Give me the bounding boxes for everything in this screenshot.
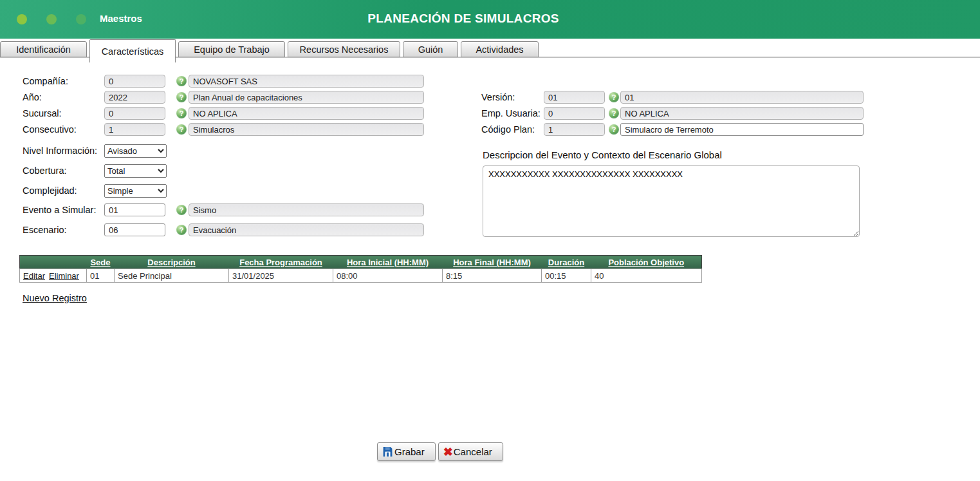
table-row: EditarEliminar 01 Sede Principal 31/01/2… <box>20 269 702 283</box>
hora-final-cell: 8:15 <box>443 269 542 283</box>
cancelar-button-label: Cancelar <box>454 446 492 457</box>
cancel-x-icon: ✖ <box>443 446 453 458</box>
grabar-button[interactable]: Grabar <box>377 442 436 461</box>
sucursal-label: Sucursal: <box>23 108 104 118</box>
version-code-input <box>544 91 605 104</box>
help-lookup-icon[interactable] <box>609 108 619 118</box>
col-header-descripcion: Descripción <box>115 256 229 269</box>
emp-usuaria-code-input <box>544 107 605 120</box>
actions-header <box>20 256 87 269</box>
tab-caracteristicas[interactable]: Características <box>89 39 176 62</box>
tab-equipo-de-trabajo[interactable]: Equipo de Trabajo <box>178 41 285 57</box>
grabar-button-label: Grabar <box>394 446 425 457</box>
cancelar-button[interactable]: ✖ Cancelar <box>438 442 503 461</box>
col-header-hora-final: Hora Final (HH:MM) <box>443 256 542 269</box>
col-header-sede: Sede <box>86 256 114 269</box>
help-lookup-icon[interactable] <box>609 92 619 102</box>
action-button-row: Grabar ✖ Cancelar <box>377 442 503 461</box>
evento-a-simular-label: Evento a Simular: <box>23 205 104 215</box>
sucursal-code-input <box>104 107 165 120</box>
help-lookup-icon[interactable] <box>176 108 187 118</box>
escenario-label: Escenario: <box>23 225 104 235</box>
consecutivo-desc-input <box>189 123 424 136</box>
poblacion-objetivo-cell: 40 <box>591 269 702 283</box>
codigo-plan-label: Código Plan: <box>481 124 544 135</box>
evento-a-simular-code-input[interactable] <box>104 203 165 216</box>
consecutivo-code-input <box>104 123 165 136</box>
complejidad-select[interactable]: Simple <box>104 184 167 198</box>
compania-label: Compañía: <box>23 76 104 86</box>
evento-a-simular-desc-input <box>189 203 424 216</box>
tab-guion[interactable]: Guión <box>403 41 458 57</box>
complejidad-label: Complejidad: <box>23 185 104 196</box>
tab-strip: Identificación Características Equipo de… <box>0 39 980 63</box>
codigo-plan-code-input <box>544 123 605 136</box>
col-header-duracion: Duración <box>542 256 591 269</box>
help-lookup-icon[interactable] <box>176 76 187 86</box>
cobertura-label: Cobertura: <box>23 165 104 176</box>
col-header-poblacion-objetivo: Población Objetivo <box>591 256 702 269</box>
descripcion-evento-label: Descripcion del Evento y Contexto del Es… <box>483 149 722 160</box>
consecutivo-label: Consecutivo: <box>23 124 104 135</box>
compania-desc-input <box>189 75 424 88</box>
version-label: Versión: <box>481 92 544 102</box>
tab-identificacion[interactable]: Identificación <box>0 41 87 57</box>
nivel-informacion-label: Nivel Información: <box>23 146 104 156</box>
emp-usuaria-desc-input <box>620 107 864 120</box>
sede-cell: 01 <box>86 269 114 283</box>
codigo-plan-desc-input[interactable] <box>620 123 864 136</box>
col-header-fecha-programacion: Fecha Programación <box>229 256 333 269</box>
emp-usuaria-label: Emp. Usuaria: <box>481 108 544 118</box>
ano-code-input <box>104 91 165 104</box>
help-lookup-icon[interactable] <box>176 225 187 235</box>
hora-inicial-cell: 08:00 <box>333 269 443 283</box>
tab-actividades[interactable]: Actividades <box>461 41 539 57</box>
fecha-programacion-cell: 31/01/2025 <box>229 269 333 283</box>
compania-code-input <box>104 75 165 88</box>
help-lookup-icon[interactable] <box>176 92 187 102</box>
page-title: PLANEACIÓN DE SIMULACROS <box>0 12 927 26</box>
help-lookup-icon[interactable] <box>176 124 187 135</box>
ano-label: Año: <box>23 92 104 102</box>
col-header-hora-inicial: Hora Inicial (HH:MM) <box>333 256 443 269</box>
descripcion-evento-textarea[interactable]: XXXXXXXXXXX XXXXXXXXXXXXXX XXXXXXXXX <box>483 165 860 237</box>
app-header-bar: Maestros PLANEACIÓN DE SIMULACROS <box>0 0 980 39</box>
help-lookup-icon[interactable] <box>609 124 619 135</box>
sucursal-desc-input <box>189 107 424 120</box>
tab-recursos-necesarios[interactable]: Recursos Necesarios <box>288 41 400 57</box>
duracion-cell: 00:15 <box>542 269 591 283</box>
row-actions-cell: EditarEliminar <box>20 269 87 283</box>
nuevo-registro-link[interactable]: Nuevo Registro <box>23 293 87 303</box>
ano-desc-input <box>189 91 424 104</box>
descripcion-cell: Sede Principal <box>115 269 229 283</box>
table-header-row: Sede Descripción Fecha Programación Hora… <box>20 256 702 269</box>
version-desc-input <box>620 91 864 104</box>
cobertura-select[interactable]: Total <box>104 164 167 178</box>
nivel-informacion-select[interactable]: Avisado <box>104 144 167 158</box>
sedes-table: Sede Descripción Fecha Programación Hora… <box>19 255 702 283</box>
eliminar-link[interactable]: Eliminar <box>49 271 79 281</box>
planeacion-simulacros-window: Maestros PLANEACIÓN DE SIMULACROS Identi… <box>0 0 980 481</box>
escenario-code-input[interactable] <box>104 223 165 236</box>
save-floppy-icon <box>382 446 393 457</box>
editar-link[interactable]: Editar <box>23 271 45 281</box>
escenario-desc-input <box>189 223 424 236</box>
help-lookup-icon[interactable] <box>176 205 187 215</box>
